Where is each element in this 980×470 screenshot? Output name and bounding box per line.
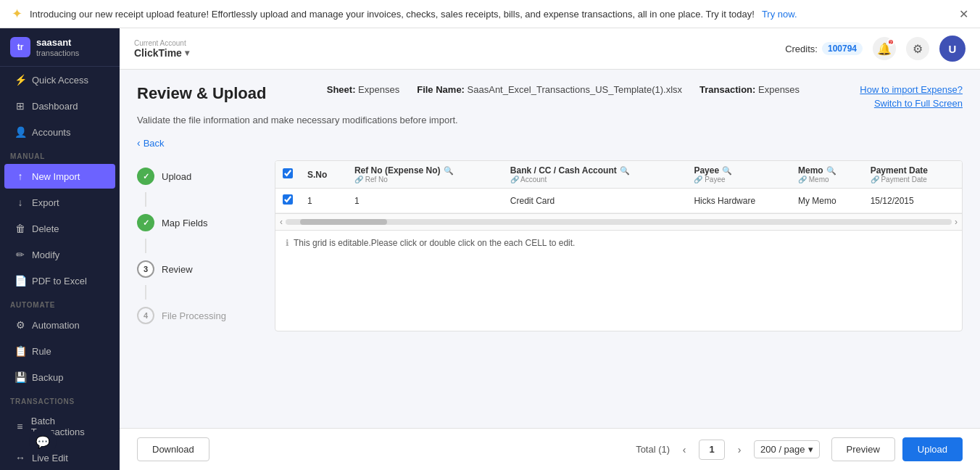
sidebar: tr saasant transactions ⚡ Quick Access ⊞… [0, 28, 120, 470]
sidebar-item-backup[interactable]: 💾 Backup [4, 365, 115, 389]
per-page-chevron-icon: ▾ [808, 444, 813, 455]
account-name-dropdown[interactable]: ClickTime ▾ [134, 47, 189, 59]
action-buttons: Preview Upload [831, 437, 963, 461]
download-section: Download [137, 437, 209, 461]
filename-label: File Name: [417, 84, 465, 95]
sidebar-item-new-import[interactable]: ↑ New Import [4, 164, 115, 189]
step-upload-circle: ✓ [137, 168, 154, 185]
scroll-thumb [300, 219, 387, 225]
manual-section-label: MANUAL [0, 145, 120, 163]
table-scroll-wrapper[interactable]: S.No Ref No (Expense No) 🔍 🔗 Ref No Bank… [275, 161, 962, 213]
step-map-fields: ✓ Map Fields [137, 207, 260, 239]
memo-search-icon[interactable]: 🔍 [826, 166, 836, 176]
account-label: Current Account [134, 39, 189, 47]
scroll-right-icon[interactable]: › [955, 217, 958, 227]
row-memo[interactable]: My Memo [791, 189, 863, 213]
chat-bubble[interactable]: 💬 [29, 428, 57, 455]
automate-section-label: AUTOMATE [0, 294, 120, 312]
delete-label: Delete [32, 223, 59, 234]
subtitle: Validate the file information and make n… [137, 115, 963, 125]
current-page[interactable]: 1 [699, 440, 725, 460]
scroll-left-icon[interactable]: ‹ [280, 217, 283, 227]
sheet-value: Expenses [358, 84, 399, 95]
payee-search-icon[interactable]: 🔍 [722, 166, 732, 176]
scroll-track[interactable] [286, 219, 952, 225]
preview-button[interactable]: Preview [831, 437, 895, 461]
header-right: Credits: 100794 🔔 2 ⚙ U [785, 36, 966, 62]
backup-label: Backup [32, 372, 63, 383]
sidebar-item-delete[interactable]: 🗑 Delete [4, 216, 115, 241]
row-payment-date[interactable]: 15/12/2015 [863, 189, 962, 213]
pagination: Total (1) ‹ 1 › 200 / page ▾ [636, 440, 819, 460]
col-memo: Memo 🔍 🔗 Memo [791, 161, 863, 189]
automation-label: Automation [32, 320, 80, 331]
account-selector[interactable]: Current Account ClickTime ▾ [134, 39, 189, 59]
sidebar-item-dashboard[interactable]: ⊞ Dashboard [4, 94, 115, 118]
back-button[interactable]: ‹ Back [137, 137, 165, 149]
fullscreen-link[interactable]: Switch to Full Screen [874, 98, 963, 109]
upload-button[interactable]: Upload [902, 437, 963, 461]
row-ref-no[interactable]: 1 [347, 189, 503, 213]
pdf-to-excel-label: PDF to Excel [32, 276, 87, 286]
sidebar-item-quick-access[interactable]: ⚡ Quick Access [4, 67, 115, 92]
pdf-icon: 📄 [14, 275, 26, 286]
notifications-button[interactable]: 🔔 2 [873, 37, 896, 60]
sidebar-item-live-edit[interactable]: ↔ Live Edit [4, 445, 115, 470]
step-upload: ✓ Upload [137, 160, 260, 192]
page-title: Review & Upload [137, 84, 266, 103]
col-checkbox [275, 161, 300, 189]
total-count: Total (1) [636, 444, 670, 455]
download-button[interactable]: Download [137, 437, 209, 461]
steps-sidebar: ✓ Upload ✓ Map Fields 3 Review [137, 160, 260, 331]
step-review-circle: 3 [137, 260, 154, 278]
logo-sub: transactions [36, 49, 79, 57]
filename-value: SaasAnt_Excel_Transactions_US_Template(1… [468, 84, 683, 95]
ref-no-search-icon[interactable]: 🔍 [444, 166, 454, 176]
rule-label: Rule [32, 346, 51, 357]
try-now-link[interactable]: Try now. [762, 9, 797, 20]
row-checkbox[interactable] [283, 194, 293, 205]
sidebar-item-automation[interactable]: ⚙ Automation [4, 313, 115, 337]
settings-button[interactable]: ⚙ [906, 37, 929, 60]
col-bank: Bank / CC / Cash Account 🔍 🔗 Account [503, 161, 687, 189]
prev-page-button[interactable]: ‹ [676, 441, 693, 458]
col-payment-date: Payment Date 🔗 Payment Date [863, 161, 962, 189]
step-connector-2 [145, 239, 146, 253]
step-connector-3 [145, 285, 146, 300]
logo-icon: tr [10, 37, 30, 57]
step-map-fields-circle: ✓ [137, 214, 154, 231]
sheet-label: Sheet: [327, 84, 356, 95]
avatar[interactable]: U [939, 36, 966, 62]
horizontal-scrollbar[interactable]: ‹ › [275, 213, 962, 231]
close-announcement-button[interactable]: ✕ [959, 7, 968, 21]
live-edit-icon: ↔ [14, 452, 26, 463]
sidebar-item-batch-transactions[interactable]: ≡ Batch Transactions [4, 409, 115, 444]
row-sno[interactable]: 1 [300, 189, 347, 213]
notification-badge: 2 [887, 38, 894, 46]
row-payee[interactable]: Hicks Hardware [686, 189, 791, 213]
step-file-processing: 4 File Processing [137, 300, 260, 331]
per-page-select[interactable]: 200 / page ▾ [754, 440, 819, 458]
top-header: Current Account ClickTime ▾ Credits: 100… [120, 28, 980, 70]
sidebar-item-accounts[interactable]: 👤 Accounts [4, 120, 115, 144]
announcement-bar: ✦ Introducing our new receipt upload fea… [0, 0, 980, 28]
how-to-import-link[interactable]: How to import Expense? [860, 84, 963, 95]
back-label: Back [144, 138, 165, 149]
accounts-icon: 👤 [14, 126, 26, 138]
bank-search-icon[interactable]: 🔍 [620, 166, 630, 176]
chevron-down-icon: ▾ [185, 48, 189, 58]
select-all-checkbox[interactable] [283, 168, 293, 178]
row-checkbox-cell[interactable] [275, 189, 300, 213]
dashboard-label: Dashboard [32, 101, 78, 112]
next-page-button[interactable]: › [731, 441, 748, 458]
new-import-label: New Import [32, 171, 80, 182]
sidebar-item-modify[interactable]: ✏ Modify [4, 242, 115, 267]
sidebar-item-pdf-to-excel[interactable]: 📄 PDF to Excel [4, 268, 115, 293]
chat-icon: 💬 [36, 435, 50, 449]
col-payee: Payee 🔍 🔗 Payee [686, 161, 791, 189]
page-links: How to import Expense? Switch to Full Sc… [860, 84, 963, 109]
sidebar-item-rule[interactable]: 📋 Rule [4, 339, 115, 363]
dashboard-icon: ⊞ [14, 100, 26, 112]
row-bank[interactable]: Credit Card [503, 189, 687, 213]
sidebar-item-export[interactable]: ↓ Export [4, 190, 115, 215]
